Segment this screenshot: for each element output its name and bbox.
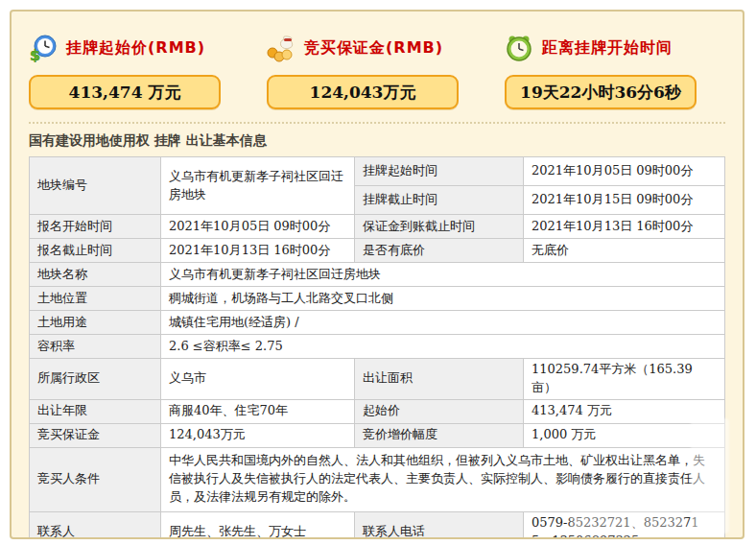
deposit-deadline-label: 保证金到账截止时间 [355,215,524,239]
contact-phone-value: 0579-85232721、85232715、13506897325 [524,511,725,539]
start-price-value: 413,474 万元 [524,399,725,423]
deposit-coins-icon [267,34,295,62]
table-row: 容积率 2.6 ≤容积率≤ 2.75 [30,335,725,359]
table-row: 地块编号 义乌市有机更新孝子祠社区回迁房地块 挂牌起始时间 2021年10月05… [30,157,725,186]
listing-start-label: 挂牌起始时间 [355,157,524,186]
table-row: 出让年限 商服40年、住宅70年 起始价 413,474 万元 [30,399,725,423]
signup-end-label: 报名截止时间 [30,239,161,263]
deposit-card-value: 124,043万元 [267,75,459,109]
plot-number-value: 义乌市有机更新孝子祠社区回迁房地块 [161,157,355,215]
card-deposit: 竞买保证金(RMB) 124,043万元 [267,33,505,109]
header-cards: $ 挂牌起始价(RMB) 413,474 万元 竞买保证 [12,12,743,109]
area-value: 110259.74平方米（165.39亩） [524,359,725,400]
plot-number-label: 地块编号 [30,157,161,215]
price-clock-icon: $ [29,34,58,62]
listing-end-label: 挂牌截止时间 [355,186,524,215]
countdown-card-label: 距离挂牌开始时间 [542,38,673,59]
listing-panel: $ 挂牌起始价(RMB) 413,474 万元 竞买保证 [10,10,744,539]
listing-start-value: 2021年10月05日 09时00分 [524,157,725,186]
land-use-label: 土地用途 [30,311,161,335]
listing-info-table: 地块编号 义乌市有机更新孝子祠社区回迁房地块 挂牌起始时间 2021年10月05… [29,156,725,539]
bid-deposit-value: 124,043万元 [161,423,355,447]
land-location-value: 稠城街道，机场路与工人北路交叉口北侧 [161,287,725,311]
table-row: 联系人 周先生、张先生、万女士 联系人电话 0579-85232721、8523… [30,511,725,539]
plot-name-label: 地块名称 [30,263,161,287]
table-row: 土地用途 城镇住宅用地(经适房) / [30,311,725,335]
start-price-label: 起始价 [355,399,524,423]
reserve-price-label: 是否有底价 [355,239,524,263]
card-start-price: $ 挂牌起始价(RMB) 413,474 万元 [29,33,267,109]
signup-end-value: 2021年10月13日 16时00分 [161,239,355,263]
signup-start-value: 2021年10月05日 09时00分 [161,215,355,239]
plot-ratio-label: 容积率 [30,335,161,359]
start-price-card-label: 挂牌起始价(RMB) [66,38,205,59]
area-label: 出让面积 [355,359,524,400]
table-row: 竞买人条件 中华人民共和国境内外的自然人、法人和其他组织，但被列入义乌市土地、矿… [30,447,725,511]
land-use-value: 城镇住宅用地(经适房) / [161,311,725,335]
table-row: 竞买保证金 124,043万元 竞价增价幅度 1,000 万元 [30,423,725,447]
plot-name-value: 义乌市有机更新孝子祠社区回迁房地块 [161,263,725,287]
contact-phone-label: 联系人电话 [355,511,524,539]
bid-deposit-label: 竞买保证金 [30,423,161,447]
listing-end-value: 2021年10月15日 09时00分 [524,186,725,215]
district-value: 义乌市 [161,359,355,400]
table-row: 地块名称 义乌市有机更新孝子祠社区回迁房地块 [30,263,725,287]
card-countdown: 距离挂牌开始时间 19天22小时36分6秒 [505,33,743,109]
deposit-deadline-value: 2021年10月13日 16时00分 [524,215,725,239]
table-row: 报名截止时间 2021年10月13日 16时00分 是否有底价 无底价 [30,239,725,263]
countdown-card-value: 19天22小时36分6秒 [505,75,697,109]
start-price-card-value: 413,474 万元 [29,75,221,109]
svg-text:$: $ [30,46,40,62]
table-row: 报名开始时间 2021年10月05日 09时00分 保证金到账截止时间 2021… [30,215,725,239]
reserve-price-value: 无底价 [524,239,725,263]
bid-increment-label: 竞价增价幅度 [355,423,524,447]
bidder-conditions-value: 中华人民共和国境内外的自然人、法人和其他组织，但被列入义乌市土地、矿业权出让黑名… [161,447,725,511]
contact-value: 周先生、张先生、万女士 [161,511,355,539]
deposit-card-label: 竞买保证金(RMB) [304,38,443,59]
plot-ratio-value: 2.6 ≤容积率≤ 2.75 [161,335,725,359]
district-label: 所属行政区 [30,359,161,400]
land-location-label: 土地位置 [30,287,161,311]
bidder-conditions-label: 竞买人条件 [30,447,161,511]
contact-label: 联系人 [30,511,161,539]
tenure-value: 商服40年、住宅70年 [161,399,355,423]
table-row: 土地位置 稠城街道，机场路与工人北路交叉口北侧 [30,287,725,311]
countdown-alarm-icon [505,34,533,62]
dotted-separator [29,122,725,124]
bid-increment-value: 1,000 万元 [524,423,725,447]
tenure-label: 出让年限 [30,399,161,423]
table-row: 所属行政区 义乌市 出让面积 110259.74平方米（165.39亩） [30,359,725,400]
signup-start-label: 报名开始时间 [30,215,161,239]
section-title: 国有建设用地使用权 挂牌 出让基本信息 [29,132,725,150]
